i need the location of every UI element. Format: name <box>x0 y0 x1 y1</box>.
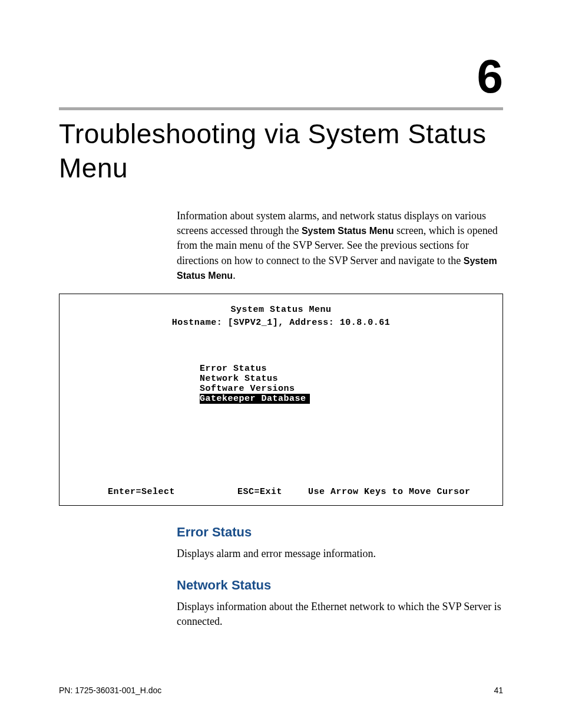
section-heading-network-status: Network Status <box>177 577 503 595</box>
terminal-menu: Error Status Network Status Software Ver… <box>200 364 310 404</box>
menu-item-software-versions: Software Versions <box>200 384 310 394</box>
sections: Error Status Displays alarm and error me… <box>177 523 503 629</box>
section-body-network-status: Displays information about the Ethernet … <box>177 599 503 629</box>
section-heading-error-status: Error Status <box>177 523 503 542</box>
terminal-footer: Enter=Select ESC=Exit Use Arrow Keys to … <box>59 487 503 497</box>
menu-item-error-status: Error Status <box>200 364 310 374</box>
terminal-hostline: Hostname: [SVPV2_1], Address: 10.8.0.61 <box>59 318 503 328</box>
chapter-number: 6 <box>59 53 503 100</box>
page-footer: PN: 1725-36031-001_H.doc 41 <box>59 686 503 695</box>
terminal-hint-esc: ESC=Exit <box>237 487 296 497</box>
terminal-hint-enter: Enter=Select <box>108 487 237 497</box>
terminal-hint-arrows: Use Arrow Keys to Move Cursor <box>296 487 488 497</box>
terminal-screenshot: System Status Menu Hostname: [SVPV2_1], … <box>59 294 503 506</box>
chapter-rule <box>59 107 503 110</box>
chapter-title: Troubleshooting via System Status Menu <box>59 117 503 185</box>
menu-item-network-status: Network Status <box>200 374 310 384</box>
terminal-title: System Status Menu <box>59 305 503 315</box>
section-body-error-status: Displays alarm and error message informa… <box>177 546 503 561</box>
intro-bold-1: System Status Menu <box>302 226 394 236</box>
page-content: 6 Troubleshooting via System Status Menu… <box>0 0 562 629</box>
footer-pn: PN: 1725-36031-001_H.doc <box>59 686 161 695</box>
intro-paragraph: Information about system alarms, and net… <box>177 209 503 283</box>
menu-item-gatekeeper-database: Gatekeeper Database <box>200 394 310 404</box>
footer-page-number: 41 <box>494 686 503 695</box>
intro-text-3: . <box>233 269 236 281</box>
